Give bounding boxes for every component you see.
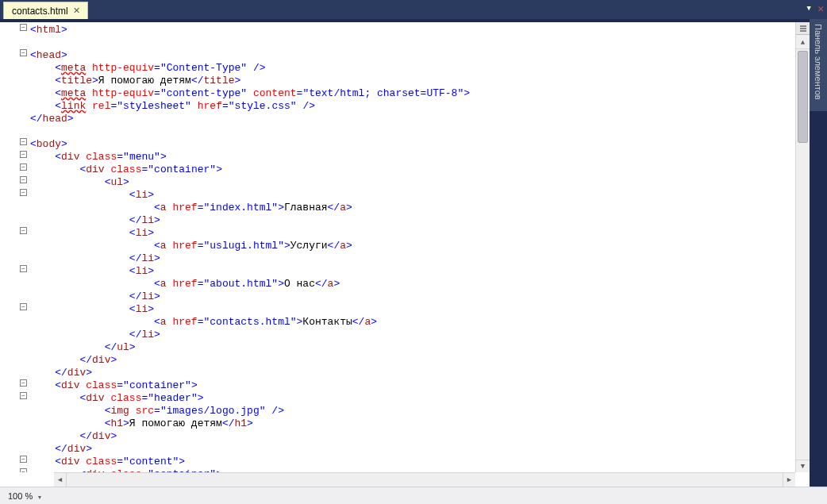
fold-toggle-icon[interactable]: −	[20, 265, 27, 272]
code-area[interactable]: −<html> −<head> <meta http-equiv="Conten…	[0, 22, 795, 472]
fold-toggle-icon[interactable]: −	[20, 303, 27, 310]
fold-toggle-icon[interactable]: −	[20, 456, 27, 463]
tab-contacts[interactable]: contacts.html ✕	[3, 2, 88, 19]
code-line[interactable]: <a href="index.html">Главная</a>	[0, 202, 795, 214]
code-line[interactable]: </div>	[0, 430, 795, 443]
vertical-scrollbar[interactable]: ▲ ▼	[795, 22, 810, 472]
tab-close-icon[interactable]: ✕	[73, 7, 81, 15]
horizontal-scrollbar[interactable]: ◀ ▶	[54, 472, 795, 487]
fold-toggle-icon[interactable]: −	[20, 392, 27, 399]
tab-overflow-icon[interactable]: ▼	[807, 5, 811, 13]
code-line[interactable]: − <div class="header">	[0, 392, 795, 405]
toolbox-panel-tab[interactable]: Панель элементов	[810, 19, 827, 111]
code-line[interactable]: − <li>	[0, 265, 795, 278]
code-editor: −<html> −<head> <meta http-equiv="Conten…	[0, 22, 810, 487]
fold-toggle-icon[interactable]: −	[20, 49, 27, 56]
code-line[interactable]: </li>	[0, 252, 795, 265]
fold-toggle-icon[interactable]: −	[20, 379, 27, 387]
code-line[interactable]: </li>	[0, 214, 795, 227]
fold-toggle-icon[interactable]: −	[20, 227, 27, 234]
split-box-icon[interactable]	[796, 22, 810, 35]
code-line[interactable]: −<head>	[0, 49, 795, 62]
fold-toggle-icon[interactable]: −	[20, 468, 27, 472]
scroll-left-icon[interactable]: ◀	[54, 473, 67, 487]
code-line[interactable]: − <li>	[0, 303, 795, 316]
code-line[interactable]: − <li>	[0, 189, 795, 202]
pane-close-icon[interactable]: ✕	[817, 2, 824, 15]
code-line[interactable]: <a href="about.html">О нас</a>	[0, 278, 795, 290]
code-line[interactable]: <img src="images/logo.jpg" />	[0, 405, 795, 417]
code-line[interactable]: <meta http-equiv="content-type" content=…	[0, 87, 795, 100]
code-line[interactable]: <a href="contacts.html">Контакты</a>	[0, 316, 795, 329]
tab-bar: contacts.html ✕ ▼ ✕	[0, 0, 827, 19]
code-line[interactable]: <link rel="stylesheet" href="style.css" …	[0, 100, 795, 113]
code-line[interactable]: − <div class="content">	[0, 456, 795, 468]
code-line[interactable]: </ul>	[0, 341, 795, 354]
code-line[interactable]: <a href="uslugi.html">Услуги</a>	[0, 240, 795, 252]
scroll-down-icon[interactable]: ▼	[796, 460, 810, 472]
code-line[interactable]: − <div class="container">	[0, 379, 795, 392]
code-line[interactable]: <meta http-equiv="Content-Type" />	[0, 62, 795, 75]
fold-toggle-icon[interactable]: −	[20, 138, 27, 145]
code-line[interactable]: − <ul>	[0, 176, 795, 189]
code-line[interactable]: </li>	[0, 329, 795, 341]
code-line[interactable]: <h1>Я помогаю детям</h1>	[0, 417, 795, 430]
toolbox-label: Панель элементов	[814, 24, 823, 100]
zoom-value: 100 %	[8, 491, 33, 501]
code-line[interactable]: </div>	[0, 443, 795, 456]
code-line[interactable]: −<html>	[0, 24, 795, 37]
code-line[interactable]: <title>Я помогаю детям</title>	[0, 75, 795, 87]
fold-toggle-icon[interactable]: −	[20, 189, 27, 196]
code-line[interactable]	[0, 125, 795, 138]
fold-toggle-icon[interactable]: −	[20, 176, 27, 183]
status-bar: 100 %	[0, 487, 827, 504]
code-line[interactable]: </div>	[0, 367, 795, 379]
scroll-right-icon[interactable]: ▶	[783, 473, 795, 487]
code-line[interactable]: −<body>	[0, 138, 795, 151]
code-line[interactable]: </div>	[0, 354, 795, 367]
code-line[interactable]: − <div class="menu">	[0, 151, 795, 164]
code-line[interactable]: − <div class="container">	[0, 164, 795, 176]
code-line[interactable]: </li>	[0, 290, 795, 303]
tab-label: contacts.html	[12, 6, 68, 17]
zoom-level-dropdown[interactable]: 100 %	[5, 491, 49, 501]
code-line[interactable]: </head>	[0, 113, 795, 125]
scroll-thumb-v[interactable]	[798, 51, 808, 143]
code-line[interactable]	[0, 37, 795, 49]
fold-toggle-icon[interactable]: −	[20, 164, 27, 171]
scroll-up-icon[interactable]: ▲	[796, 37, 810, 49]
fold-toggle-icon[interactable]: −	[20, 24, 27, 31]
fold-toggle-icon[interactable]: −	[20, 151, 27, 158]
code-line[interactable]: − <li>	[0, 227, 795, 240]
